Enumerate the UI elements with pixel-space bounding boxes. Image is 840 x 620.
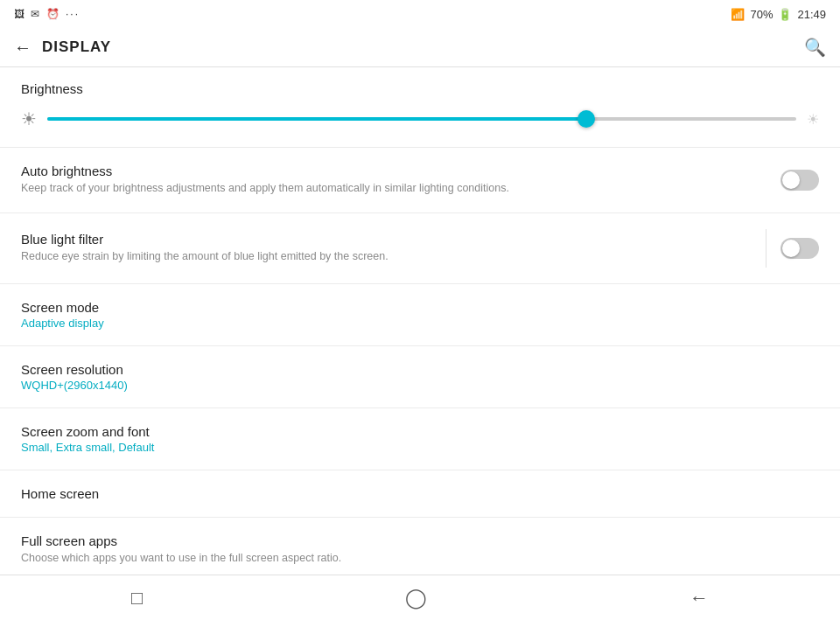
back-button[interactable]: ← xyxy=(14,38,32,58)
auto-brightness-toggle[interactable] xyxy=(780,170,819,191)
status-right: 📶 70% 🔋 21:49 xyxy=(731,8,826,21)
auto-brightness-desc: Keep track of your brightness adjustment… xyxy=(21,181,766,197)
screen-zoom-value: Small, Extra small, Default xyxy=(21,441,154,454)
top-bar: ← DISPLAY 🔍 xyxy=(0,28,840,67)
full-screen-label: Full screen apps xyxy=(21,533,117,548)
signal-strength: 70% xyxy=(750,8,773,21)
auto-brightness-label: Auto brightness xyxy=(21,164,766,178)
screen-zoom-label: Screen zoom and font xyxy=(21,424,150,439)
brightness-label: Brightness xyxy=(21,81,819,96)
blue-light-label: Blue light filter xyxy=(21,232,752,247)
screen-mode-value: Adaptive display xyxy=(21,317,104,330)
bottom-nav: □ ◯ ← xyxy=(0,575,840,620)
brightness-section: Brightness ☀ ☀ xyxy=(0,67,840,148)
status-bar: 🖼 ✉ ⏰ ··· 📶 70% 🔋 21:49 xyxy=(0,0,840,28)
screen-mode-section[interactable]: Screen mode Adaptive display xyxy=(0,284,840,346)
status-icons: 🖼 ✉ ⏰ ··· xyxy=(14,8,80,20)
home-button[interactable]: ◯ xyxy=(405,587,427,610)
auto-brightness-section[interactable]: Auto brightness Keep track of your brigh… xyxy=(0,148,840,213)
brightness-sun-icon: ☀ xyxy=(21,108,37,129)
top-bar-icons: 🔍 xyxy=(804,37,826,58)
blue-light-knob xyxy=(782,240,800,257)
search-icon[interactable]: 🔍 xyxy=(804,37,826,58)
screen-resolution-value: WQHD+(2960x1440) xyxy=(21,379,128,392)
settings-content: Brightness ☀ ☀ Auto brightness Keep trac… xyxy=(0,67,840,575)
blue-light-filter-section[interactable]: Blue light filter Reduce eye strain by l… xyxy=(0,213,840,284)
auto-brightness-knob xyxy=(782,171,800,189)
page-title: DISPLAY xyxy=(42,38,111,56)
brightness-thumb[interactable] xyxy=(578,110,595,128)
wifi-icon: 📶 xyxy=(731,8,745,21)
full-screen-apps-section[interactable]: Full screen apps Choose which apps you w… xyxy=(0,518,840,575)
screen-mode-label: Screen mode xyxy=(21,300,99,315)
status-left: 🖼 ✉ ⏰ ··· xyxy=(14,8,80,20)
blue-light-desc: Reduce eye strain by limiting the amount… xyxy=(21,249,752,265)
brightness-fill xyxy=(47,117,586,121)
blue-light-toggle[interactable] xyxy=(780,238,819,259)
time-display: 21:49 xyxy=(797,8,826,21)
screen-zoom-section[interactable]: Screen zoom and font Small, Extra small,… xyxy=(0,408,840,470)
home-screen-section[interactable]: Home screen xyxy=(0,470,840,518)
full-screen-desc: Choose which apps you want to use in the… xyxy=(21,551,341,567)
home-screen-label: Home screen xyxy=(21,486,99,501)
brightness-row: ☀ ☀ xyxy=(21,108,819,129)
battery-icon: 🔋 xyxy=(778,8,792,21)
back-nav-button[interactable]: ← xyxy=(690,587,709,610)
screen-resolution-label: Screen resolution xyxy=(21,362,123,377)
screen-resolution-section[interactable]: Screen resolution WQHD+(2960x1440) xyxy=(0,346,840,408)
slider-end-icon: ☀ xyxy=(807,111,819,128)
brightness-slider[interactable] xyxy=(47,117,796,121)
recent-apps-button[interactable]: □ xyxy=(131,587,143,610)
